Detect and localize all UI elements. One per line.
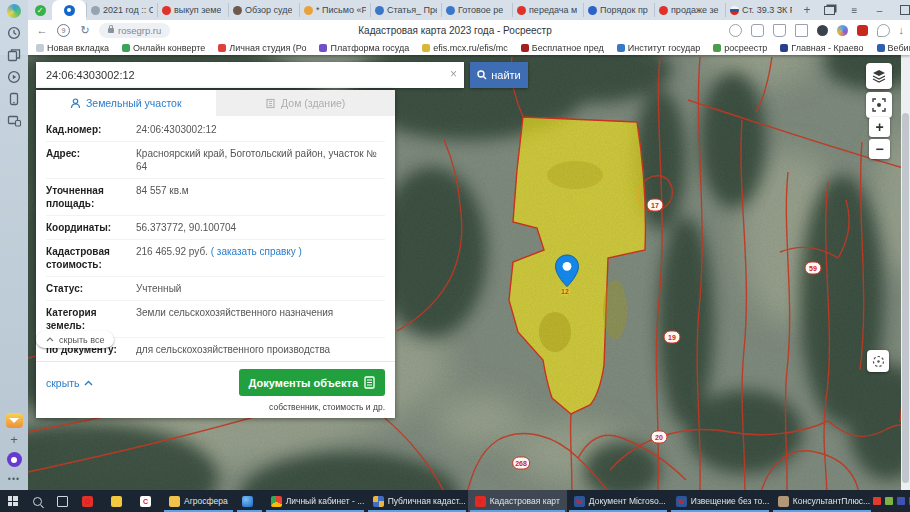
chat-extension-icon[interactable] [877,24,890,37]
bookmark-item[interactable]: efis.mcx.ru/efis/mc [422,43,508,53]
taskbar-app[interactable]: O [75,490,104,512]
start-button[interactable] [0,490,25,512]
bookmark-item[interactable]: Онлайн конверте [122,43,205,53]
browser-tab[interactable]: передача м [512,3,583,17]
bookmark-favicon [877,44,885,52]
taskbar-app[interactable] [104,490,133,512]
url-field[interactable]: rosegrp.ru [99,23,170,38]
phone-icon[interactable] [7,92,21,106]
order-certificate-link[interactable]: ( заказать справку ) [211,246,302,257]
alice-assistant-icon[interactable] [7,452,22,467]
collections-icon[interactable] [773,24,786,37]
zoom-in-button[interactable]: + [869,117,890,137]
hide-panel-link[interactable]: скрыть [46,377,93,389]
protect-icon[interactable]: 9 [57,24,70,37]
hide-all-pill[interactable]: скрыть все [36,331,114,348]
bookmark-label: Личная студия (Ро [229,43,306,53]
gallery-icon[interactable] [751,24,764,37]
red-extension-icon[interactable] [857,25,868,36]
browser-tab[interactable]: Порядок пр [583,3,654,17]
browser-logo-icon[interactable] [7,4,21,18]
opera-extension-icon[interactable] [817,25,828,36]
zoom-out-button[interactable]: − [869,139,890,159]
tabs-panel-icon[interactable] [7,48,21,62]
taskbar-app[interactable]: КонсультантПлюс... [771,490,873,512]
flag-icon[interactable] [795,24,808,37]
tray-icon[interactable] [873,497,881,505]
taskbar-app[interactable]: Личный кабинет - ... [264,490,366,512]
bookmarks-bar: Новая вкладка Онлайн конверте Личная сту… [0,40,910,55]
hide-all-label: скрыть все [59,335,104,345]
tab-land-parcel[interactable]: Земельный участок [36,90,216,116]
back-icon[interactable]: ← [32,24,52,36]
clear-search-icon[interactable]: × [450,67,457,81]
add-panel-icon[interactable]: + [10,435,18,445]
downloads-icon[interactable]: ↓ [899,24,905,36]
bookmark-item[interactable]: Личная студия (Ро [218,43,306,53]
browser-tab[interactable]: выкуп земе [157,3,228,17]
maximize-button[interactable] [893,0,910,20]
history-icon[interactable] [7,26,21,40]
pinned-tab-check[interactable]: ✓ [28,0,52,20]
tab-house[interactable]: Дом (здание) [216,90,396,116]
menu-icon[interactable]: ≡ [843,0,866,20]
tab-title: Ст. 39.3 ЗК Р [742,5,792,15]
tray-icon[interactable] [885,497,893,505]
new-tab-button[interactable]: + [796,3,818,17]
measure-button[interactable] [867,350,889,372]
field-label: Координаты: [46,221,126,234]
bookmark-item[interactable]: Вебинары ИГМУ [877,43,910,53]
tab-favicon [233,6,242,15]
screenshot-icon[interactable] [7,114,22,128]
bookmark-item[interactable]: Платформа госуда [319,43,409,53]
taskbar-app-icon: O [82,496,93,507]
browser-tab[interactable]: продаже зе [654,3,725,17]
bookmark-item[interactable]: Институт государ [617,43,701,53]
parcel-field-row: Кадастровая стоимость: 216 465.92 руб. (… [46,239,385,276]
browser-tab[interactable]: Обзор суде [228,3,299,17]
bookmark-item[interactable]: Бесплатное пред [521,43,604,53]
tray-icon[interactable] [897,497,905,505]
taskbar-app[interactable]: W Документ Microso... [567,490,669,512]
documents-caption: собственник, стоимость и др. [36,399,395,418]
taskbar-app-label: Публичная кадаст... [388,496,466,506]
browser-tab[interactable]: * Письмо «Р [299,3,370,17]
tab-title: выкуп земе [174,5,221,15]
taskbar-app[interactable] [235,490,264,512]
minimize-button[interactable]: – [868,0,891,20]
browser-tab[interactable]: 2021 год :: С [86,3,157,17]
bookmark-label: Главная - Краево [791,43,863,53]
locate-button[interactable] [866,92,892,118]
taskbar-app[interactable]: Y Кадастровая карт [468,490,567,512]
task-view-icon[interactable] [50,490,75,512]
bookmark-item[interactable]: Новая вкладка [36,43,109,53]
taskbar-app[interactable]: Публичная кадаст... [366,490,468,512]
tab-title: Готовое ре [458,5,503,15]
browser-tab[interactable]: Ст. 39.3 ЗК Р [725,3,796,17]
mail-icon[interactable] [6,413,23,428]
browser-tab[interactable]: Готовое ре [441,3,512,17]
taskbar-app-label: Агросфера [184,496,228,506]
browser-tab[interactable]: Статья_ Пре [370,3,441,17]
layers-button[interactable] [866,63,892,89]
page-scrollbar[interactable] [901,55,910,490]
find-button[interactable]: найти [470,62,528,88]
taskbar-app[interactable]: Агросфера [162,490,235,512]
bookmark-label: Новая вкладка [47,43,109,53]
taskbar-app[interactable]: W Извещение без то... [669,490,771,512]
headphones-icon[interactable] [729,24,742,37]
reload-icon[interactable]: ↻ [75,24,95,37]
active-tab[interactable] [52,0,86,20]
bookmark-item[interactable]: Главная - Краево [780,43,863,53]
search-input[interactable] [36,62,464,88]
object-documents-button[interactable]: Документы объекта [239,369,385,396]
sidebar-more-icon[interactable]: ••• [8,474,20,484]
bookmark-favicon [36,44,44,52]
scrollbar-thumb[interactable] [902,113,909,483]
taskbar-app[interactable]: С [133,490,162,512]
bookmark-item[interactable]: росреестр [713,43,767,53]
sphere-extension-icon[interactable] [837,25,848,36]
play-icon[interactable] [7,70,21,84]
taskbar-search-icon[interactable] [25,490,50,512]
tab-panel-icon[interactable] [818,0,841,20]
